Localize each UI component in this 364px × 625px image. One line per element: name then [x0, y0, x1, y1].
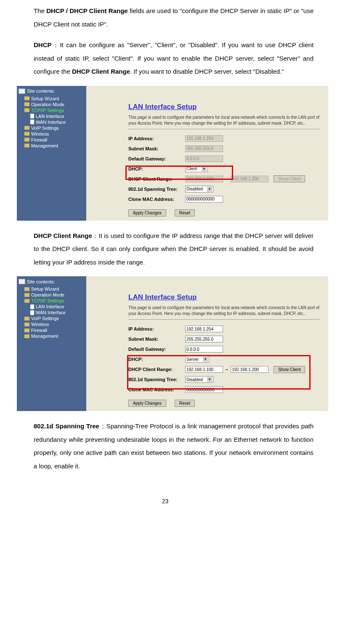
- select-dhcp-value: Server: [186, 357, 199, 362]
- label-clone-mac: Clone MAC Address:: [128, 387, 185, 392]
- label-subnet-mask: Subnet Mask:: [128, 146, 185, 151]
- sidebar-item-voip-settings[interactable]: VoIP Settings: [19, 315, 85, 321]
- select-dhcp[interactable]: Client▾: [185, 166, 208, 172]
- input-range-start[interactable]: [185, 366, 223, 373]
- button-row: Apply Changes Reset: [128, 400, 320, 407]
- select-dhcp-value: Client: [186, 166, 197, 171]
- apply-changes-button[interactable]: Apply Changes: [128, 209, 166, 216]
- sidebar-item-operation-mode[interactable]: Operation Mode: [19, 292, 85, 298]
- row-clone-mac: Clone MAC Address:: [128, 385, 320, 395]
- sidebar-item-label: Setup Wizard: [31, 96, 59, 101]
- sidebar-item-operation-mode[interactable]: Operation Mode: [19, 101, 85, 107]
- input-default-gateway[interactable]: [185, 346, 223, 353]
- folder-icon: [24, 334, 29, 338]
- sidebar-item-setup-wizard[interactable]: Setup Wizard: [19, 286, 85, 292]
- file-icon: [30, 114, 34, 118]
- sidebar-item-wireless[interactable]: Wireless: [19, 131, 85, 137]
- sidebar-subitem-label: LAN Interface: [36, 114, 64, 119]
- main-panel: LAN Interface Setup This page is used to…: [86, 276, 328, 411]
- folder-icon: [24, 138, 29, 142]
- input-range-end[interactable]: [231, 366, 268, 373]
- input-ip-address[interactable]: [185, 135, 223, 142]
- folder-icon: [24, 132, 29, 136]
- divider: [128, 129, 320, 129]
- bold-text: DHCP Client Range: [34, 232, 92, 239]
- select-dhcp[interactable]: Server▾: [185, 356, 209, 363]
- paragraph-1: The DHCP / DHCP Client Range fields are …: [34, 4, 314, 31]
- sidebar-item-label: TCP/IP Settings: [31, 298, 64, 303]
- select-spanning-tree[interactable]: Disabled▾: [185, 186, 213, 192]
- show-client-button[interactable]: Show Client: [274, 366, 305, 373]
- input-clone-mac[interactable]: [185, 386, 223, 393]
- label-clone-mac: Clone MAC Address:: [128, 197, 185, 202]
- sidebar-item-label: Management: [31, 334, 58, 339]
- sidebar-item-management[interactable]: Management: [19, 143, 85, 149]
- folder-icon: [24, 108, 29, 112]
- sidebar-subitem-wan-interface[interactable]: WAN Interface: [19, 310, 85, 315]
- range-dash: –: [226, 176, 228, 182]
- input-range-end[interactable]: [231, 176, 268, 182]
- folder-icon: [24, 126, 29, 130]
- row-subnet-mask: Subnet Mask:: [128, 334, 320, 344]
- row-dhcp-client-range: DHCP Client Range: – Show Client: [128, 174, 320, 184]
- folder-icon: [24, 299, 29, 303]
- sidebar-item-voip-settings[interactable]: VoIP Settings: [19, 125, 85, 131]
- main-panel: LAN Interface Setup This page is used to…: [86, 86, 328, 221]
- panel-description: This page is used to configure the param…: [128, 115, 320, 126]
- folder-icon: [24, 329, 29, 332]
- chevron-down-icon: ▾: [207, 377, 212, 382]
- sidebar-item-management[interactable]: Management: [19, 333, 85, 339]
- folder-icon: [24, 102, 29, 106]
- input-subnet-mask[interactable]: [185, 336, 223, 342]
- input-subnet-mask[interactable]: [185, 145, 223, 152]
- sidebar-subitem-lan-interface[interactable]: LAN Interface: [19, 113, 85, 119]
- sidebar-subitem-label: WAN Interface: [36, 120, 66, 125]
- sidebar-subitem-lan-interface[interactable]: LAN Interface: [19, 304, 85, 310]
- sidebar-item-label: Wireless: [31, 322, 49, 327]
- folder-icon: [24, 287, 29, 291]
- select-spanning-tree[interactable]: Disabled▾: [185, 376, 213, 383]
- text: . If you want to disable DHCP server, se…: [130, 68, 284, 75]
- sidebar-item-tcpip-settings[interactable]: TCP/IP Settings: [19, 298, 85, 304]
- folder-icon: [24, 323, 29, 326]
- sidebar-item-label: VoIP Settings: [31, 126, 59, 131]
- show-client-button[interactable]: Show Client: [274, 175, 305, 182]
- file-icon: [30, 310, 34, 315]
- input-default-gateway[interactable]: [185, 155, 223, 162]
- sidebar-item-tcpip-settings[interactable]: TCP/IP Settings: [19, 107, 85, 113]
- page-number: 23: [17, 498, 314, 505]
- panel-title: LAN Interface Setup: [128, 103, 320, 111]
- reset-button[interactable]: Reset: [175, 209, 195, 216]
- screenshot-2: Site contents: Setup Wizard Operation Mo…: [17, 276, 328, 411]
- bold-text: DHCP / DHCP Client Range: [46, 7, 128, 14]
- reset-button[interactable]: Reset: [175, 400, 195, 407]
- chevron-down-icon: ▾: [203, 357, 208, 362]
- sidebar-item-label: Setup Wizard: [31, 286, 59, 291]
- chevron-down-icon: ▾: [202, 166, 207, 171]
- sidebar-subitem-label: LAN Interface: [36, 304, 64, 309]
- sidebar-subitem-wan-interface[interactable]: WAN Interface: [19, 119, 85, 125]
- paragraph-3: DHCP Client Range：It is used to configur…: [34, 229, 314, 269]
- row-clone-mac: Clone MAC Address:: [128, 194, 320, 204]
- sidebar-item-firewall[interactable]: Firewall: [19, 137, 85, 143]
- label-dhcp: DHCP:: [128, 357, 185, 362]
- sidebar-item-label: VoIP Settings: [31, 316, 59, 321]
- sidebar-item-firewall[interactable]: Firewall: [19, 327, 85, 333]
- row-dhcp-client-range: DHCP Client Range: – Show Client: [128, 364, 320, 374]
- panel-description: This page is used to configure the param…: [128, 305, 320, 317]
- divider: [128, 319, 320, 320]
- label-ip-address: IP Address:: [128, 326, 185, 331]
- sidebar-title: Site contents:: [19, 88, 85, 94]
- row-default-gateway: Default Gateway:: [128, 154, 320, 164]
- sidebar-item-setup-wizard[interactable]: Setup Wizard: [19, 96, 85, 101]
- input-clone-mac[interactable]: [185, 196, 223, 203]
- row-dhcp: DHCP: Client▾: [128, 164, 320, 174]
- apply-changes-button[interactable]: Apply Changes: [128, 400, 166, 407]
- sidebar: Site contents: Setup Wizard Operation Mo…: [17, 86, 86, 221]
- sidebar-subitem-label: WAN Interface: [36, 310, 66, 315]
- input-range-start[interactable]: [185, 176, 223, 182]
- sidebar-item-label: Operation Mode: [31, 292, 64, 297]
- panel-title: LAN Interface Setup: [128, 293, 320, 302]
- input-ip-address[interactable]: [185, 326, 223, 332]
- sidebar-item-wireless[interactable]: Wireless: [19, 321, 85, 327]
